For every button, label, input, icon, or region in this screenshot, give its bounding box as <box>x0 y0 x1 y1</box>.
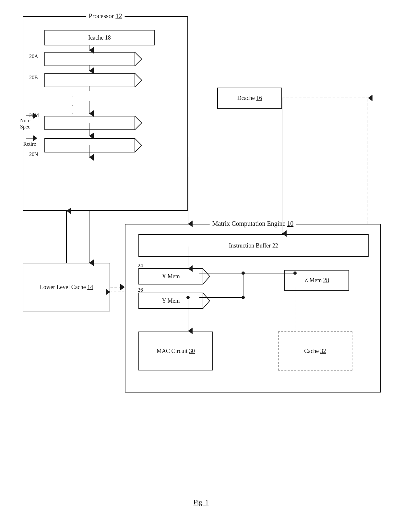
nonspec-label: Non-Spec <box>20 117 31 130</box>
svg-marker-3 <box>135 138 142 152</box>
fig-caption: Fig. 1 <box>194 499 209 506</box>
stage-20n-box <box>44 138 135 152</box>
svg-marker-5 <box>203 293 210 309</box>
stage-20b-box <box>44 73 135 87</box>
stage-20m-box <box>44 116 135 130</box>
xmem-label: X Mem <box>162 273 180 280</box>
dots: ··· <box>72 93 75 118</box>
stage-20a-label: 20A <box>29 54 38 59</box>
xmem-num-label: 24 <box>138 263 143 269</box>
ymem-box: Y Mem <box>138 293 203 309</box>
processor-box: Processor 12 Icache 18 20A 20B ··· 20M N… <box>23 16 188 211</box>
stage-20b-label: 20B <box>29 75 38 80</box>
dcache-label: Dcache 16 <box>237 95 262 102</box>
zmem-box: Z Mem 28 <box>284 270 349 291</box>
ymem-label: Y Mem <box>162 297 180 304</box>
xmem-box: X Mem <box>138 268 203 284</box>
svg-marker-2 <box>135 116 142 130</box>
svg-marker-0 <box>135 52 142 66</box>
llc-label: Lower Level Cache 14 <box>40 284 93 291</box>
ymem-num-label: 26 <box>138 287 143 293</box>
dcache-box: Dcache 16 <box>217 88 282 109</box>
ib-label: Instruction Buffer 22 <box>229 242 278 249</box>
zmem-label: Z Mem 28 <box>304 277 329 284</box>
svg-marker-4 <box>203 268 210 284</box>
mce-label: Matrix Computation Engine 10 <box>210 220 296 227</box>
processor-label: Processor 12 <box>86 12 125 20</box>
llc-box: Lower Level Cache 14 <box>23 263 110 311</box>
cache32-label: Cache 32 <box>304 348 326 355</box>
ib-box: Instruction Buffer 22 <box>138 234 369 257</box>
mac-label: MAC Circuit 30 <box>157 348 195 355</box>
stage-20a-box <box>44 52 135 66</box>
diagram-container: Processor 12 Icache 18 20A 20B ··· 20M N… <box>16 10 386 513</box>
stage-20n-label: 20N <box>29 151 38 157</box>
icache-box: Icache 18 <box>44 30 155 45</box>
retire-label: Retire <box>23 141 36 147</box>
cache32-box: Cache 32 <box>278 332 352 370</box>
svg-marker-1 <box>135 73 142 87</box>
mce-box: Matrix Computation Engine 10 Instruction… <box>125 224 381 393</box>
mac-box: MAC Circuit 30 <box>138 332 213 370</box>
icache-label: Icache 18 <box>88 34 111 41</box>
